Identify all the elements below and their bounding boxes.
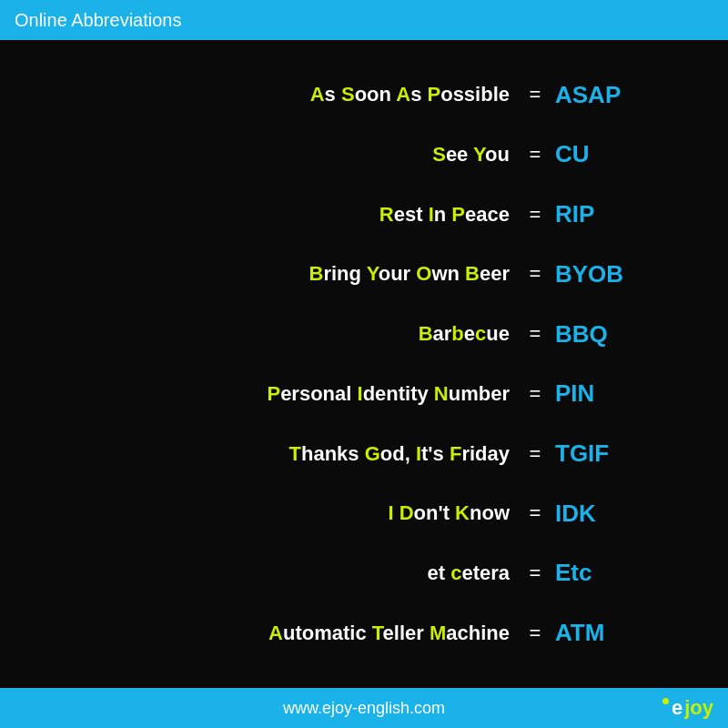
main-content: As Soon As Possible=ASAPSee You=CURest I… bbox=[0, 40, 728, 688]
phrase-cu: See You bbox=[91, 143, 510, 167]
abbreviation-cu: CU bbox=[555, 140, 637, 168]
abbreviation-row-idk: I Don't Know=IDK bbox=[91, 500, 637, 528]
phrase-byob: Bring Your Own Beer bbox=[91, 262, 510, 286]
abbreviation-row-byob: Bring Your Own Beer=BYOB bbox=[91, 260, 637, 288]
brand-joy: joy bbox=[684, 696, 713, 720]
equals-sign-byob: = bbox=[526, 262, 544, 286]
phrase-bbq: Barbecue bbox=[91, 322, 510, 346]
phrase-atm: Automatic Teller Machine bbox=[91, 622, 510, 645]
abbreviation-row-asap: As Soon As Possible=ASAP bbox=[91, 81, 637, 109]
phrase-rip: Rest In Peace bbox=[91, 203, 510, 227]
footer-brand: ejoy bbox=[662, 696, 713, 720]
footer-dot-icon bbox=[662, 698, 669, 704]
abbreviation-row-tgif: Thanks God, It's Friday=TGIF bbox=[91, 440, 637, 468]
equals-sign-pin: = bbox=[526, 382, 544, 406]
equals-sign-asap: = bbox=[526, 83, 544, 106]
header-title: Online Abbreviations bbox=[15, 10, 181, 31]
phrase-pin: Personal Identity Number bbox=[91, 382, 510, 406]
abbreviation-row-bbq: Barbecue=BBQ bbox=[91, 320, 637, 349]
phrase-tgif: Thanks God, It's Friday bbox=[91, 442, 510, 466]
abbreviation-bbq: BBQ bbox=[555, 320, 637, 349]
equals-sign-atm: = bbox=[526, 622, 544, 645]
abbreviation-row-rip: Rest In Peace=RIP bbox=[91, 200, 637, 228]
abbreviation-atm: ATM bbox=[555, 619, 637, 647]
abbreviation-etc: Etc bbox=[555, 559, 637, 587]
abbreviation-row-etc: et cetera=Etc bbox=[91, 559, 637, 587]
abbreviation-asap: ASAP bbox=[555, 81, 637, 109]
phrase-asap: As Soon As Possible bbox=[91, 83, 510, 106]
equals-sign-cu: = bbox=[526, 143, 544, 167]
abbreviation-tgif: TGIF bbox=[555, 440, 637, 468]
footer: www.ejoy-english.com ejoy bbox=[0, 688, 728, 728]
abbreviation-row-pin: Personal Identity Number=PIN bbox=[91, 379, 637, 408]
abbreviation-idk: IDK bbox=[555, 500, 637, 528]
header: Online Abbreviations bbox=[0, 0, 728, 40]
phrase-etc: et cetera bbox=[91, 561, 510, 585]
equals-sign-idk: = bbox=[526, 501, 544, 525]
equals-sign-tgif: = bbox=[526, 442, 544, 466]
equals-sign-rip: = bbox=[526, 203, 544, 227]
equals-sign-bbq: = bbox=[526, 322, 544, 346]
footer-url: www.ejoy-english.com bbox=[283, 699, 445, 718]
abbreviation-byob: BYOB bbox=[555, 260, 637, 288]
equals-sign-etc: = bbox=[526, 561, 544, 585]
abbreviation-row-atm: Automatic Teller Machine=ATM bbox=[91, 619, 637, 647]
abbreviation-rip: RIP bbox=[555, 200, 637, 228]
phrase-idk: I Don't Know bbox=[91, 501, 510, 525]
abbreviation-pin: PIN bbox=[555, 379, 637, 408]
brand-e: e bbox=[672, 696, 682, 720]
abbreviation-row-cu: See You=CU bbox=[91, 140, 637, 168]
